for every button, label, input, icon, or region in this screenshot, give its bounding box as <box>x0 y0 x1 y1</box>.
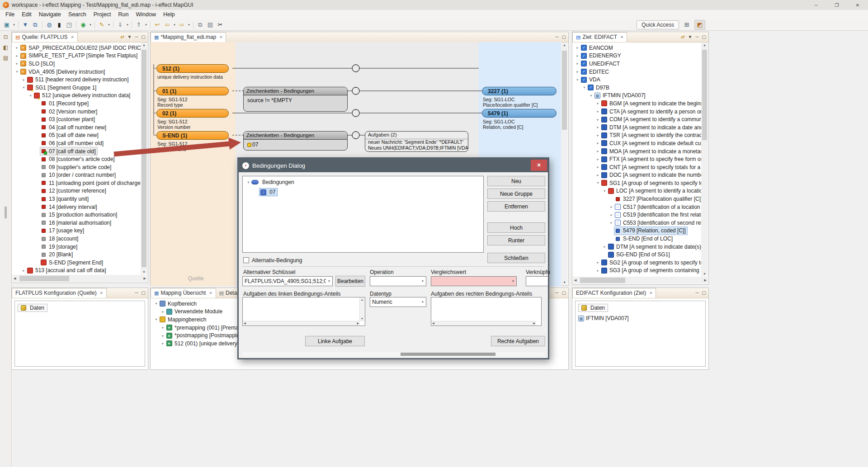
tab-flatplus-konfiguration[interactable]: FLATPLUS Konfiguration (Quelle) ✕ <box>12 288 107 298</box>
horizontal-scrollbar[interactable]: ◀ ▶ <box>12 275 147 282</box>
condition-box-source-not-empty[interactable]: Zeichenketten - Bedingungen source != *E… <box>243 87 348 112</box>
schliessen-button[interactable]: Schließen <box>487 253 545 263</box>
separator[interactable] <box>191 20 195 29</box>
expand-arrow[interactable]: ▸ <box>160 334 166 338</box>
expand-arrow[interactable]: ▸ <box>575 46 580 50</box>
minimize-view-icon[interactable]: ─ <box>135 35 138 39</box>
tree-item[interactable]: 10 [order / contract number] <box>12 171 142 179</box>
tree-item[interactable]: 05 [call off date new] <box>12 132 142 140</box>
tree-item[interactable]: ▸ C553 [Identification of second relate <box>573 219 702 227</box>
tree-item[interactable]: SG-END [End of SG1] <box>573 250 702 259</box>
source-node-01[interactable]: 01 (1) <box>156 87 229 95</box>
tree-item[interactable]: ▾ VDA_4905 [Delivery instruction] <box>12 68 142 76</box>
expand-arrow[interactable]: ▾ <box>153 302 159 306</box>
target-node-3227[interactable]: 3227 (1) <box>482 87 557 95</box>
paste-icon[interactable]: ▤ <box>205 20 215 29</box>
tree-item[interactable]: ▾ VDA <box>573 75 702 84</box>
tree-item[interactable]: ▸ UNEDIFACT <box>573 60 702 68</box>
expand-arrow[interactable]: ▸ <box>575 61 580 66</box>
maximize-view-icon[interactable]: ▢ <box>702 291 706 295</box>
forward-dropdown-icon[interactable]: ▾ <box>187 20 191 29</box>
checkout-dropdown-icon[interactable]: ▾ <box>144 20 148 29</box>
runter-button[interactable]: Runter <box>487 235 545 245</box>
expand-arrow[interactable]: ▸ <box>595 109 601 113</box>
tab-close-icon[interactable]: ✕ <box>620 35 623 39</box>
maximize-view-icon[interactable]: ▢ <box>142 35 146 39</box>
outline-view-icon[interactable]: ▤ <box>2 54 9 62</box>
open-perspective-icon[interactable]: ⊞ <box>682 20 692 29</box>
tab-ziel-edifact[interactable]: ▤ Ziel: EDIFACT ✕ <box>572 32 627 42</box>
minimize-button[interactable]: ─ <box>806 0 826 10</box>
tasks-box[interactable]: Aufgaben (2) neuer Nachricht: 'Segment E… <box>365 131 468 152</box>
tree-item[interactable]: 13 [quantity unit] <box>12 195 142 203</box>
bearbeiten-button[interactable]: Bearbeiten <box>335 276 365 287</box>
tree-item[interactable]: ▸ MOA [A segment to indicate a monetary … <box>573 147 702 156</box>
expand-arrow[interactable]: ▸ <box>595 101 601 105</box>
vertical-scrollbar[interactable]: ▲ ▼ <box>701 42 708 276</box>
tree-item[interactable]: 3227 [Place/location qualifier [C]] <box>573 195 702 203</box>
tree-item[interactable]: S-END [End of LOC] <box>573 235 702 243</box>
vergleichswert-combo[interactable]: ▾ <box>431 276 517 286</box>
expand-arrow[interactable]: ▸ <box>609 213 614 217</box>
expand-arrow[interactable]: ▸ <box>160 325 166 330</box>
daten-button[interactable]: Daten <box>18 304 47 312</box>
expand-arrow[interactable]: ▸ <box>575 70 580 74</box>
tree-item[interactable]: S-END [Segment End] <box>12 259 142 267</box>
save-icon[interactable]: ▼ <box>20 20 30 29</box>
expand-arrow[interactable]: ▸ <box>160 310 166 314</box>
last-edit-icon[interactable]: ↩ <box>152 20 162 29</box>
tree-item[interactable]: ▸ EDITEC <box>573 68 702 76</box>
tree-item[interactable]: ▸ SIMPLE_TEST_FLATP [Simple Test Flatplu… <box>12 52 142 60</box>
expand-arrow[interactable]: ▸ <box>14 61 20 66</box>
linke-aufgabe-button[interactable]: Linke Aufgabe <box>305 336 365 346</box>
neue-gruppe-button[interactable]: Neue Gruppe <box>487 189 545 199</box>
expand-arrow[interactable]: ▸ <box>595 149 601 153</box>
left-tasks-textarea[interactable]: ▲▼ ◀▶ <box>242 297 365 326</box>
right-tasks-textarea[interactable]: ◀▶ <box>431 297 542 326</box>
tree-item[interactable]: ▸ 511 [header record delivery instructio… <box>12 75 142 84</box>
tree-item[interactable]: ▸ C517 [Identification of a location by <box>573 203 702 211</box>
tree-item[interactable]: ▸ BGM [A segment to indicate the beginni… <box>573 99 702 108</box>
separator[interactable] <box>40 20 44 29</box>
vertical-scrollbar[interactable]: ▲ ▼ <box>141 42 147 274</box>
expand-arrow[interactable]: ▸ <box>595 133 601 137</box>
menu-item[interactable]: Run <box>115 11 132 18</box>
tab-close-icon[interactable]: ✕ <box>100 291 103 295</box>
expand-arrow[interactable]: ▾ <box>581 85 587 90</box>
menu-item[interactable]: Window <box>132 11 160 18</box>
import-down-icon[interactable]: ⇓ <box>115 20 125 29</box>
operation-combo[interactable]: ▾ <box>370 276 426 286</box>
tree-item[interactable]: ▸ FTX [A segment to specify free form or… <box>573 155 702 163</box>
dialog-titlebar[interactable]: ◗ Bedingungen Dialog ✕ <box>239 159 548 172</box>
maximize-view-icon[interactable]: ▢ <box>142 291 146 295</box>
expand-arrow[interactable]: ▾ <box>245 180 251 184</box>
expand-arrow[interactable]: ▾ <box>14 70 20 74</box>
expand-arrow[interactable]: ▸ <box>160 341 166 345</box>
dialog-horizontal-scrollbar[interactable] <box>242 352 544 356</box>
tree-item[interactable]: ▸ SG3 [A group of segments containing a … <box>573 267 702 275</box>
separator[interactable] <box>111 20 115 29</box>
tree-item[interactable]: ▸ SAP_PRICECATALOGUE02 [SAP IDOC PRICAT … <box>12 44 142 52</box>
cut-icon[interactable]: ✂ <box>215 20 225 29</box>
expand-arrow[interactable]: ▸ <box>602 245 608 249</box>
tree-item[interactable]: 01 [Record type] <box>12 99 142 108</box>
new-dropdown-icon[interactable]: ▾ <box>12 20 16 29</box>
sash-handle[interactable] <box>5 207 7 218</box>
tree-item[interactable]: 18 [account] <box>12 235 142 243</box>
expand-arrow[interactable]: ▸ <box>595 165 601 169</box>
condition-box-07[interactable]: Zeichenketten - Bedingungen 07 <box>243 131 348 151</box>
source-node-512[interactable]: 512 (1) <box>156 64 229 73</box>
tree-item[interactable]: ▸ SLO [SLO] <box>12 60 142 68</box>
expand-arrow[interactable]: ▸ <box>595 173 601 177</box>
maximize-button[interactable]: ❐ <box>826 0 847 10</box>
tree-item[interactable]: ▸ CTA [A segment to identify a person or… <box>573 108 702 116</box>
tree-item[interactable]: 07 [call off date old] <box>12 147 142 156</box>
device-icon[interactable]: ▮ <box>54 20 64 29</box>
alternativ-bedingung-checkbox[interactable] <box>243 257 249 263</box>
conditions-tree[interactable]: ▾ Bedingungen 07 <box>242 176 484 253</box>
expand-arrow[interactable]: ▾ <box>28 94 33 98</box>
menu-item[interactable]: Search <box>65 11 90 18</box>
tab-mapping-flat-edi[interactable]: ▦ *Mapping_flat_edi.map ✕ <box>151 32 226 42</box>
tree-item[interactable]: ▸ EDIENERGY <box>573 52 702 60</box>
tree-item[interactable]: ▸ DTM [A segment to indicate a date and … <box>573 123 702 132</box>
